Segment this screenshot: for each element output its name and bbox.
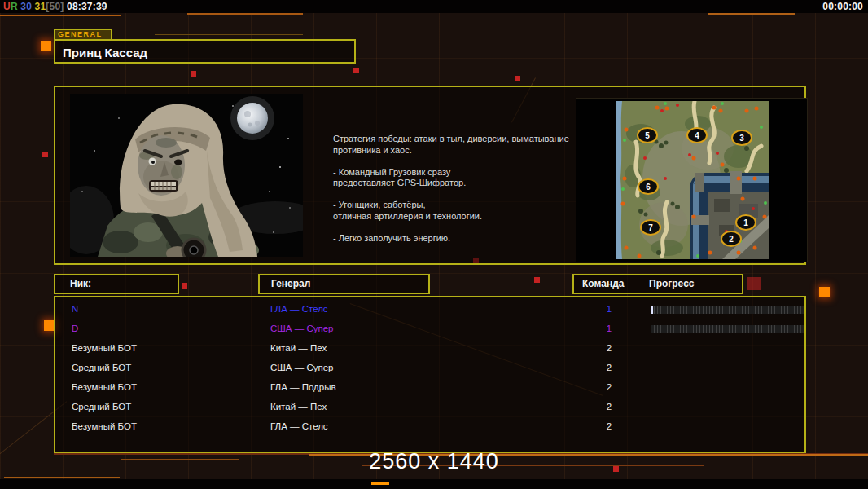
svg-text:3: 3 — [739, 134, 744, 143]
header-nick: Ник: — [54, 274, 179, 294]
map-marker: 7 — [641, 220, 660, 235]
player-general: ГЛА — Стелс — [270, 421, 328, 431]
table-row[interactable]: Безумный БОТГЛА — Стелс2 — [55, 417, 804, 437]
progress-bar — [651, 325, 804, 333]
player-nick: D — [72, 324, 78, 333]
red-square — [534, 277, 540, 283]
map-preview-panel: 5 4 3 6 7 1 2 — [576, 98, 808, 262]
bottom-hud-bar — [0, 479, 868, 489]
red-square — [182, 283, 187, 289]
map-marker: 3 — [732, 130, 752, 145]
map-marker: 6 — [638, 179, 658, 194]
circuit-line — [371, 482, 389, 485]
svg-text:2: 2 — [729, 235, 734, 244]
minimap: 5 4 3 6 7 1 2 — [616, 101, 769, 259]
table-row[interactable]: NГЛА — Стелс1 — [55, 300, 804, 319]
circuit-line — [0, 15, 121, 16]
circuit-line — [4, 477, 120, 478]
player-nick: Средний БОТ — [72, 402, 131, 412]
svg-text:5: 5 — [645, 131, 650, 140]
table-row[interactable]: Средний БОТСША — Супер2 — [55, 359, 804, 378]
glow-square — [819, 287, 830, 297]
player-team: 2 — [599, 343, 619, 353]
player-general: США — Супер — [270, 363, 333, 372]
stat-u: U — [3, 1, 11, 12]
map-marker: 5 — [638, 128, 657, 143]
header-progress: Прогресс — [649, 275, 694, 293]
progress-tick — [651, 306, 653, 314]
player-nick: N — [72, 304, 78, 314]
map-marker: 4 — [687, 128, 707, 143]
general-title-box: Принц Кассад — [54, 39, 356, 64]
player-nick: Средний БОТ — [72, 363, 131, 372]
table-row[interactable]: DСША — Супер1 — [55, 319, 804, 339]
circuit-line — [155, 34, 303, 35]
player-general: Китай — Пех — [270, 402, 327, 412]
player-team: 2 — [599, 402, 619, 412]
match-timer: 00:00:00 — [822, 1, 863, 12]
player-nick: Безумный БОТ — [72, 421, 137, 431]
table-row[interactable]: Средний БОТКитай — Пех2 — [55, 398, 804, 417]
player-nick: Безумный БОТ — [72, 382, 137, 392]
player-team: 1 — [599, 304, 619, 314]
general-portrait — [70, 94, 303, 257]
table-row[interactable]: Безумный БОТГЛА — Подрыв2 — [55, 378, 804, 398]
glow-square — [41, 41, 51, 51]
red-square — [747, 277, 761, 290]
player-general: ГЛА — Подрыв — [270, 382, 336, 392]
stat-v1: 30 — [18, 1, 32, 12]
player-team: 2 — [599, 363, 619, 372]
player-general: Китай — Пех — [270, 343, 327, 353]
player-nick: Безумный БОТ — [72, 343, 137, 353]
map-marker: 1 — [736, 215, 756, 230]
stat-v2: 31 — [32, 1, 46, 12]
svg-text:1: 1 — [743, 218, 748, 227]
player-general: США — Супер — [270, 324, 333, 333]
resolution-label: 2560 x 1440 — [0, 449, 868, 474]
svg-text:4: 4 — [695, 131, 699, 140]
progress-bar — [651, 306, 804, 314]
svg-text:6: 6 — [646, 183, 651, 192]
red-square — [353, 68, 359, 73]
player-table: NГЛА — Стелс1DСША — Супер1Безумный БОТКи… — [54, 296, 806, 453]
stat-r: R — [11, 1, 18, 12]
lobby-screen: UR 30 31[50] 08:37:39 00:00:00 GENERAL П… — [0, 0, 868, 489]
header-general: Генерал — [258, 274, 430, 294]
player-general: ГЛА — Стелс — [270, 304, 328, 314]
red-square — [191, 71, 196, 77]
top-hud-bar — [0, 0, 868, 13]
circuit-line — [187, 13, 303, 15]
header-team: Команда — [582, 275, 624, 293]
stat-clock: 08:37:39 — [64, 1, 107, 12]
player-team: 1 — [599, 324, 619, 333]
svg-text:7: 7 — [648, 223, 653, 232]
moon — [237, 103, 268, 134]
portrait-art — [70, 94, 303, 257]
general-description: Стратегия победы: атаки в тыл, диверсии,… — [333, 134, 577, 244]
player-team: 2 — [599, 382, 619, 392]
stat-v3: [50] — [46, 1, 64, 12]
red-square — [515, 76, 520, 82]
map-marker: 2 — [721, 231, 741, 246]
red-square — [42, 152, 48, 157]
player-team: 2 — [599, 421, 619, 431]
circuit-line — [708, 13, 795, 15]
header-team-progress: Команда Прогресс — [572, 274, 743, 294]
gentool-stats: UR 30 31[50] 08:37:39 — [3, 1, 107, 12]
table-row[interactable]: Безумный БОТКитай — Пех2 — [55, 339, 804, 359]
page-title: Принц Кассад — [63, 46, 147, 59]
general-info-box: Стратегия победы: атаки в тыл, диверсии,… — [54, 86, 806, 265]
